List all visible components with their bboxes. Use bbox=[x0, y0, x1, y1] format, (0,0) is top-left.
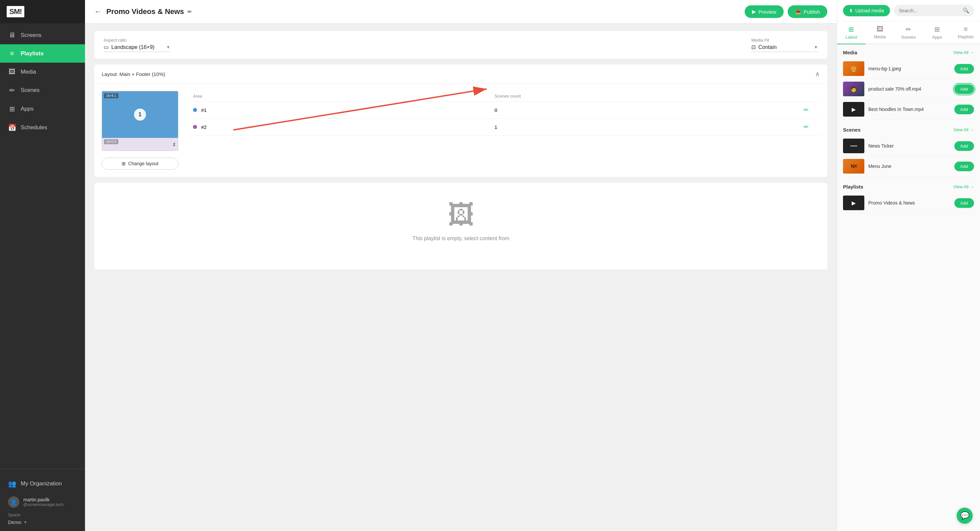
layout-collapse-button[interactable]: ∧ bbox=[815, 70, 820, 78]
area-1-edit-button[interactable]: ✏ bbox=[796, 106, 816, 114]
scene-add-button-1[interactable]: Add bbox=[955, 141, 974, 151]
sidebar-item-org[interactable]: 👥 My Organization bbox=[0, 474, 85, 493]
change-layout-button[interactable]: ⊞ Change layout bbox=[102, 158, 178, 170]
grid-icon: ⊞ bbox=[122, 161, 126, 166]
media-name-3: Best Noodles In Town.mp4 bbox=[868, 106, 950, 112]
media-section-title: Media bbox=[843, 50, 858, 55]
layout-main-area: 16×8.1 1 bbox=[102, 91, 178, 138]
apps-tab-icon: ⊞ bbox=[934, 25, 940, 33]
upload-icon: ⬆ bbox=[849, 8, 853, 13]
empty-state-icon: 🖼 bbox=[448, 200, 474, 230]
publish-icon: 📤 bbox=[795, 9, 801, 15]
sidebar: SM! 🖥 Screens ≡ Playlists 🖼 Media ✏ Scen… bbox=[0, 0, 85, 531]
playlists-view-all-link[interactable]: View All → bbox=[953, 184, 974, 189]
media-icon: 🖼 bbox=[8, 68, 16, 76]
page-title: Promo Videos & News ✏ bbox=[107, 7, 740, 16]
tab-scenes[interactable]: ✏ Scenes bbox=[894, 21, 923, 44]
empty-state-text: This playlist is empty, select content f… bbox=[412, 236, 509, 241]
playlist-name-1: Promo Videos & News bbox=[868, 200, 950, 206]
empty-state: 🖼 This playlist is empty, select content… bbox=[94, 183, 827, 269]
playlists-section-header: Playlists View All → bbox=[843, 184, 974, 190]
scenes-icon: ✏ bbox=[8, 86, 16, 94]
media-fit-select[interactable]: ⊡ Contain ▼ bbox=[751, 44, 818, 52]
scene-name-2: Menu June bbox=[868, 163, 950, 169]
media-add-button-2[interactable]: Add bbox=[955, 84, 974, 94]
playlist-thumb-1-icon: ▶ bbox=[852, 200, 856, 206]
header-actions: ▶ Preview 📤 Publish bbox=[745, 5, 827, 18]
media-fit-chevron-icon: ▼ bbox=[814, 44, 818, 50]
scene-item-2: 🍽 Menu June Add bbox=[843, 156, 974, 176]
sidebar-item-media[interactable]: 🖼 Media bbox=[0, 63, 85, 81]
contain-icon: ⊡ bbox=[751, 44, 756, 50]
scene-thumb-1: ━━━ bbox=[843, 139, 864, 153]
scene-add-button-2[interactable]: Add bbox=[955, 162, 974, 171]
sidebar-item-label-screens: Screens bbox=[21, 32, 41, 39]
tab-apps[interactable]: ⊞ Apps bbox=[923, 21, 951, 44]
sidebar-item-label-scenes: Scenes bbox=[21, 87, 40, 94]
user-row[interactable]: 👤 martin.pavlik @screenmanager.tech bbox=[0, 493, 85, 511]
playlist-add-button-1[interactable]: Add bbox=[955, 198, 974, 208]
aspect-ratio-select[interactable]: ▭ Landscape (16×9) ▼ bbox=[103, 44, 170, 52]
area-2-edit-button[interactable]: ✏ bbox=[796, 123, 816, 131]
media-thumb-2-icon: 🧑 bbox=[850, 86, 857, 92]
layout-body: 16×8.1 1 16×0.9 2 ⊞ Change layout bbox=[94, 84, 827, 177]
sidebar-bottom: 👥 My Organization 👤 martin.pavlik @scree… bbox=[0, 469, 85, 531]
playlists-icon: ≡ bbox=[8, 50, 16, 57]
main-header: ← Promo Videos & News ✏ ▶ Preview 📤 Publ… bbox=[85, 0, 837, 24]
media-thumb-1-icon: 🍔 bbox=[850, 66, 857, 72]
search-box: 🔍 bbox=[894, 5, 974, 16]
logo: SM! bbox=[7, 6, 24, 17]
scenes-view-all-link[interactable]: View All → bbox=[953, 127, 974, 132]
area-2-scenes-count: 1 bbox=[495, 124, 796, 130]
sidebar-item-scenes[interactable]: ✏ Scenes bbox=[0, 81, 85, 100]
playlists-tab-icon: ≡ bbox=[964, 25, 968, 33]
media-fit-label: Media Fit bbox=[751, 38, 818, 43]
media-add-button-3[interactable]: Add bbox=[955, 105, 974, 114]
preview-button[interactable]: ▶ Preview bbox=[745, 5, 783, 18]
area-2-label: #2 bbox=[193, 124, 495, 130]
screens-icon: 🖥 bbox=[8, 31, 16, 39]
sidebar-item-apps[interactable]: ⊞ Apps bbox=[0, 100, 85, 118]
area-2-dot bbox=[193, 125, 197, 129]
area-1-scenes-count: 0 bbox=[495, 107, 796, 113]
space-chevron-icon: ▼ bbox=[23, 520, 27, 525]
area-1-dot bbox=[193, 108, 197, 112]
upload-media-button[interactable]: ⬆ Upload media bbox=[843, 5, 890, 16]
playlists-section-title: Playlists bbox=[843, 184, 863, 190]
tab-media[interactable]: 🖼 Media bbox=[865, 21, 894, 44]
tab-latest[interactable]: ⊞ Latest bbox=[837, 21, 865, 44]
playlist-item-1: ▶ Promo Videos & News Add bbox=[843, 193, 974, 213]
footer-area-badge: 16×0.9 bbox=[104, 139, 118, 144]
footer-area-number: 2 bbox=[173, 142, 175, 147]
edit-title-icon[interactable]: ✏ bbox=[187, 9, 192, 15]
scenes-col-header: Scenes count bbox=[495, 94, 796, 98]
user-info: martin.pavlik @screenmanager.tech bbox=[23, 497, 64, 507]
tab-playlists[interactable]: ≡ Playlists bbox=[951, 21, 980, 44]
sidebar-item-playlists[interactable]: ≡ Playlists bbox=[0, 44, 85, 63]
back-button[interactable]: ← bbox=[94, 7, 102, 16]
panel-tabs: ⊞ Latest 🖼 Media ✏ Scenes ⊞ Apps ≡ Playl… bbox=[837, 21, 980, 44]
search-icon: 🔍 bbox=[963, 7, 969, 14]
sidebar-item-screens[interactable]: 🖥 Screens bbox=[0, 26, 85, 44]
layout-title: Layout: Main + Footer (10%) bbox=[102, 71, 165, 77]
org-icon: 👥 bbox=[8, 480, 16, 488]
layout-preview-container: 16×8.1 1 16×0.9 2 ⊞ Change layout bbox=[102, 91, 178, 170]
media-name-1: menu-bg-1.jpeg bbox=[868, 66, 950, 71]
publish-button[interactable]: 📤 Publish bbox=[788, 5, 827, 18]
aspect-ratio-chevron-icon: ▼ bbox=[166, 44, 170, 50]
chat-bubble[interactable]: 💬 bbox=[957, 508, 973, 524]
space-name[interactable]: Demo ▼ bbox=[0, 519, 85, 528]
media-add-button-1[interactable]: Add bbox=[955, 64, 974, 74]
media-tab-icon: 🖼 bbox=[877, 25, 883, 33]
scenes-section-title: Scenes bbox=[843, 127, 861, 133]
area-row-2: #2 1 ✏ bbox=[189, 119, 820, 136]
scenes-section: Scenes View All → ━━━ News Ticker Add 🍽 … bbox=[843, 127, 974, 176]
user-avatar: 👤 bbox=[8, 496, 19, 508]
media-view-all-link[interactable]: View All → bbox=[953, 50, 974, 55]
sidebar-item-schedules[interactable]: 📅 Schedules bbox=[0, 118, 85, 137]
areas-table-header: Area Scenes count bbox=[189, 91, 820, 101]
search-input[interactable] bbox=[899, 8, 960, 13]
playlist-thumb-1: ▶ bbox=[843, 195, 864, 210]
media-section-header: Media View All → bbox=[843, 50, 974, 55]
main-body: Aspect ratio ▭ Landscape (16×9) ▼ Media … bbox=[85, 24, 837, 531]
